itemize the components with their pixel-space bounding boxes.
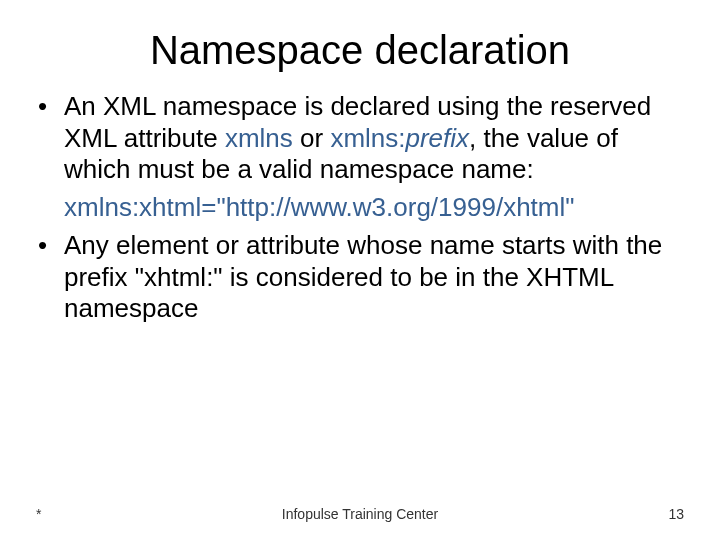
slide-title: Namespace declaration (0, 0, 720, 91)
slide-number: 13 (668, 506, 684, 522)
slide: Namespace declaration An XML namespace i… (0, 0, 720, 540)
footer-date: * (36, 506, 41, 522)
keyword: xmlns (225, 123, 293, 153)
bullet-list: An XML namespace is declared using the r… (36, 91, 684, 186)
bullet-list: Any element or attribute whose name star… (36, 230, 684, 325)
bullet-text: Any element or attribute whose name star… (64, 230, 662, 323)
slide-footer: * Infopulse Training Center 13 (0, 506, 720, 522)
keyword-italic: prefix (406, 123, 470, 153)
slide-content: An XML namespace is declared using the r… (0, 91, 720, 325)
keyword: xmlns: (330, 123, 405, 153)
bullet-text: or (293, 123, 331, 153)
bullet-item: Any element or attribute whose name star… (36, 230, 684, 325)
footer-center: Infopulse Training Center (0, 506, 720, 522)
bullet-item: An XML namespace is declared using the r… (36, 91, 684, 186)
code-example: xmlns:xhtml="http://www.w3.org/1999/xhtm… (36, 192, 684, 224)
